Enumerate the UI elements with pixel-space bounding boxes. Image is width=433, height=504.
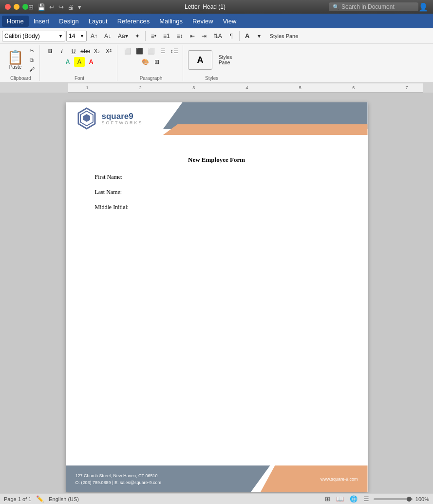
italic-btn[interactable]: I (56, 46, 67, 56)
bold-btn[interactable]: B (45, 46, 56, 56)
font-label: Font (75, 75, 84, 81)
copy-btn[interactable]: ⧉ (27, 56, 37, 64)
zoom-percent: 100% (415, 496, 429, 502)
numbering-btn[interactable]: ≡1 (160, 31, 173, 41)
search-input[interactable] (341, 3, 414, 10)
view-outline-btn[interactable]: ☰ (362, 495, 371, 503)
line-spacing-btn[interactable]: ↕☰ (169, 46, 180, 56)
styles-big-btn[interactable]: A (188, 50, 212, 70)
clipboard-sub-buttons: ✂ ⧉ 🖌 (27, 46, 37, 74)
close-button[interactable] (5, 4, 11, 10)
sort-btn[interactable]: ⇅A (210, 31, 225, 41)
menu-layout[interactable]: Layout (84, 16, 113, 27)
toolbar-icon-1[interactable]: ⊞ (28, 3, 34, 11)
ruler-mark-2: 2 (139, 85, 142, 90)
print-icon[interactable]: 🖨 (68, 3, 74, 11)
styles-btn[interactable]: A (242, 31, 253, 41)
subscript-btn[interactable]: X₂ (92, 46, 102, 56)
more-icon[interactable]: ▾ (78, 3, 81, 11)
document-page[interactable]: square9 softworks New Employee Form Firs… (66, 102, 368, 492)
header-orange-band (163, 124, 368, 135)
ruler-mark-7: 7 (406, 85, 408, 90)
save-icon[interactable]: 💾 (38, 3, 45, 11)
letterhead-header: square9 softworks (66, 102, 368, 141)
zoom-slider[interactable] (374, 498, 413, 500)
paragraph-content: ⬜ ⬛ ⬜ ☰ ↕☰ 🎨 ⊞ (122, 46, 180, 74)
page-info: Page 1 of 1 (4, 496, 31, 502)
logo-text: square9 softworks (102, 112, 143, 125)
menu-design[interactable]: Design (54, 16, 83, 27)
footer-phone: O: (203) 789.0889 | E: sales@square-9.co… (75, 479, 162, 486)
decrease-font-btn[interactable]: A↓ (101, 31, 114, 41)
font-name-selector[interactable]: Calibri (Body) ▼ (2, 31, 65, 41)
clear-format-btn[interactable]: ✦ (132, 31, 143, 41)
separator2 (239, 31, 240, 41)
status-bar: Page 1 of 1 ✏️ English (US) ⊞ 📖 🌐 ☰ 100% (0, 493, 433, 504)
paste-button[interactable]: 📋 Paste (5, 50, 26, 71)
underline-btn[interactable]: U (68, 46, 79, 56)
align-left-btn[interactable]: ⬜ (122, 46, 133, 56)
menu-mailings[interactable]: Mailings (154, 16, 188, 27)
svg-marker-2 (83, 114, 90, 122)
justify-btn[interactable]: ☰ (157, 46, 168, 56)
language: English (US) (49, 496, 79, 502)
document-title: New Employee Form (95, 156, 339, 164)
shading-btn[interactable]: 🎨 (140, 57, 151, 67)
status-edit-icon[interactable]: ✏️ (36, 495, 44, 503)
separator1 (145, 31, 146, 41)
logo-svg (75, 107, 98, 130)
redo-icon[interactable]: ↪ (58, 3, 64, 11)
ribbon: Calibri (Body) ▼ 14 ▼ A↑ A↓ Aa▾ ✦ ≡• ≡1 … (0, 28, 433, 83)
font-size-value: 14 (69, 33, 80, 39)
font-size-selector[interactable]: 14 ▼ (66, 31, 87, 41)
format-painter-btn[interactable]: 🖌 (27, 65, 37, 74)
multilevel-btn[interactable]: ≡↕ (174, 31, 186, 41)
cut-btn[interactable]: ✂ (27, 46, 37, 55)
logo-sub: softworks (102, 120, 143, 125)
view-reading-btn[interactable]: 📖 (335, 495, 345, 503)
styles-dropdown-btn[interactable]: ▾ (254, 31, 264, 41)
maximize-button[interactable] (22, 4, 28, 10)
strikethrough-btn[interactable]: abc (80, 46, 91, 56)
change-case-btn[interactable]: Aa▾ (115, 31, 131, 41)
bullets-btn[interactable]: ≡• (148, 31, 159, 41)
user-icon[interactable]: 👤 (418, 2, 428, 12)
content-area[interactable]: square9 softworks New Employee Form Firs… (0, 93, 433, 493)
show-marks-btn[interactable]: ¶ (226, 31, 237, 41)
align-row2: 🎨 ⊞ (140, 57, 162, 67)
footer-address: 127 Church Street, New Haven, CT 06510 (75, 472, 162, 479)
font-color-btn[interactable]: A (86, 57, 96, 67)
search-box[interactable]: 🔍 (329, 2, 418, 11)
ruler-mark-5: 5 (299, 85, 301, 90)
superscript-btn[interactable]: X² (103, 46, 114, 56)
view-normal-btn[interactable]: ⊞ (323, 495, 332, 503)
styles-pane-side-btn[interactable]: StylesPane (215, 53, 235, 67)
menu-view[interactable]: View (218, 16, 242, 27)
increase-font-btn[interactable]: A↑ (88, 31, 100, 41)
document-body[interactable]: New Employee Form First Name: Last Name:… (66, 141, 368, 465)
align-center-btn[interactable]: ⬛ (134, 46, 145, 56)
styles-content: A StylesPane (188, 46, 235, 74)
decrease-indent-btn[interactable]: ⇤ (187, 31, 198, 41)
increase-indent-btn[interactable]: ⇥ (199, 31, 209, 41)
zoom-thumb[interactable] (407, 497, 412, 502)
styles-group: A StylesPane Styles (185, 45, 238, 81)
clipboard-label: Clipboard (10, 75, 31, 81)
menu-bar: Home Insert Design Layout References Mai… (0, 14, 433, 28)
menu-home[interactable]: Home (2, 16, 29, 27)
align-right-btn[interactable]: ⬜ (146, 46, 156, 56)
borders-btn[interactable]: ⊞ (151, 57, 162, 67)
undo-icon[interactable]: ↩ (49, 3, 55, 11)
text-effects-btn[interactable]: A (62, 57, 73, 67)
styles-pane-btn[interactable]: Styles Pane (265, 31, 303, 41)
menu-insert[interactable]: Insert (29, 16, 55, 27)
menu-references[interactable]: References (113, 16, 154, 27)
paste-label: Paste (9, 64, 22, 70)
paragraph-group: ⬜ ⬛ ⬜ ☰ ↕☰ 🎨 ⊞ Paragraph (119, 45, 183, 81)
highlight-btn[interactable]: A (74, 57, 85, 67)
view-web-btn[interactable]: 🌐 (348, 495, 359, 503)
menu-review[interactable]: Review (188, 16, 218, 27)
letterhead-footer: 127 Church Street, New Haven, CT 06510 O… (66, 465, 368, 492)
minimize-button[interactable] (14, 4, 19, 10)
field-middle-initial: Middle Initial: (95, 204, 339, 211)
